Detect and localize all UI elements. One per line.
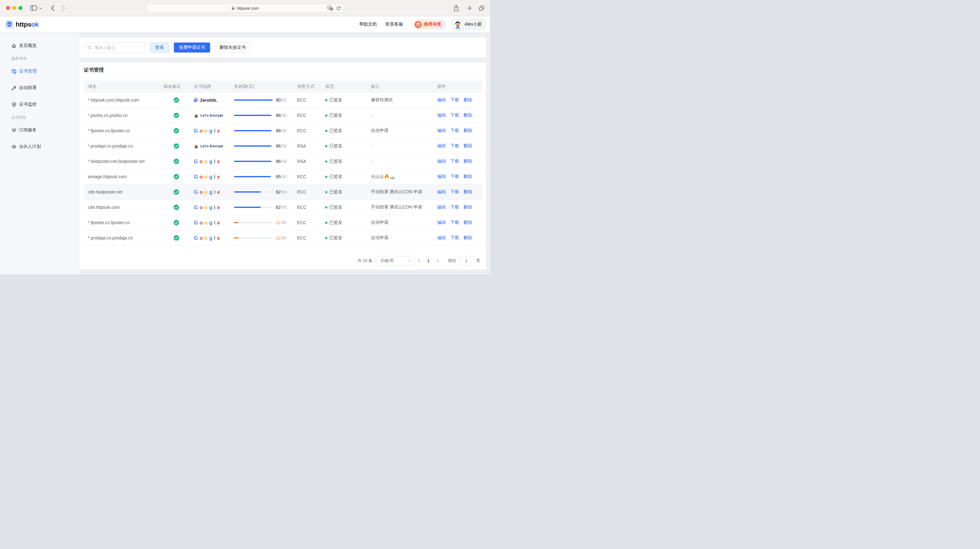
apply-certificate-button[interactable]: 免费申请证书 xyxy=(174,43,210,53)
prev-page-icon[interactable] xyxy=(415,259,423,263)
cell-domain-verify xyxy=(159,97,189,103)
row-action-edit[interactable]: 编辑 xyxy=(437,143,446,149)
cell-domain-verify xyxy=(159,235,189,241)
sidebar-item-subscribe[interactable]: 订阅服务 xyxy=(0,124,80,136)
back-icon[interactable] xyxy=(51,5,54,11)
translate-icon[interactable]: A文 xyxy=(328,6,333,11)
row-action-delete[interactable]: 删除 xyxy=(463,220,472,225)
row-action-download[interactable]: 下载 xyxy=(450,189,459,195)
sidebar-item-monitor[interactable]: 证书监控 xyxy=(0,98,80,111)
letsencrypt-icon xyxy=(194,113,199,118)
sidebar-item-partner[interactable]: 合伙人计划 xyxy=(0,140,80,153)
cell-domain-verify xyxy=(159,128,189,134)
zoom-window-icon[interactable] xyxy=(18,6,22,10)
sidebar-item-home[interactable]: 首页概览 xyxy=(0,40,80,52)
col-domain-verify: 域名验证 xyxy=(159,84,189,89)
validity-value: 85/90 xyxy=(276,174,287,179)
row-action-edit[interactable]: 编辑 xyxy=(437,159,446,164)
cell-encryption: RSA xyxy=(292,143,320,148)
sidebar-item-deploy[interactable]: 自动部署 xyxy=(0,81,80,94)
next-page-icon[interactable] xyxy=(434,259,442,263)
cell-brand: Google xyxy=(189,174,229,180)
row-action-delete[interactable]: 删除 xyxy=(463,97,472,103)
row-action-delete[interactable]: 删除 xyxy=(463,204,472,210)
validity-progress-track xyxy=(234,161,273,162)
validity-progress-fill xyxy=(234,176,271,178)
nav-help-docs[interactable]: 帮助文档 xyxy=(359,22,377,27)
close-window-icon[interactable] xyxy=(6,6,10,10)
status-dot xyxy=(325,130,328,132)
row-action-delete[interactable]: 删除 xyxy=(463,113,472,118)
row-action-delete[interactable]: 删除 xyxy=(463,235,472,241)
tab-overview-icon[interactable] xyxy=(479,5,485,11)
search-button[interactable]: 搜索 xyxy=(150,43,169,53)
cell-domain-verify xyxy=(159,113,189,118)
reload-icon[interactable] xyxy=(336,6,341,11)
search-input[interactable] xyxy=(94,45,143,50)
validity-progress-track xyxy=(234,222,273,224)
row-action-edit[interactable]: 编辑 xyxy=(437,128,446,134)
sidebar-item-certificate[interactable]: 证书管理 xyxy=(0,65,80,78)
row-action-download[interactable]: 下载 xyxy=(450,159,459,164)
row-action-edit[interactable]: 编辑 xyxy=(437,97,446,103)
sidebar-toggle-icon[interactable] xyxy=(30,5,37,11)
app-logo[interactable]: SSL xyxy=(5,20,14,29)
validity-value: 11/90 xyxy=(276,220,286,225)
row-action-download[interactable]: 下载 xyxy=(450,113,459,118)
row-action-download[interactable]: 下载 xyxy=(450,174,459,180)
col-actions: 操作 xyxy=(432,84,482,89)
row-action-delete[interactable]: 删除 xyxy=(463,189,472,195)
status-dot xyxy=(325,145,328,147)
share-icon[interactable] xyxy=(453,5,459,11)
cell-remark: 火山云🔥🏔️ xyxy=(366,174,432,180)
cell-domain: cdn.fastposter.net xyxy=(84,189,159,194)
cell-actions: 编辑下载删除 xyxy=(432,159,482,164)
validity-progress-track xyxy=(234,237,273,239)
row-action-delete[interactable]: 删除 xyxy=(463,143,472,149)
chevron-down-icon[interactable] xyxy=(39,7,42,10)
row-action-delete[interactable]: 删除 xyxy=(463,174,472,180)
row-action-edit[interactable]: 编辑 xyxy=(437,220,446,225)
row-action-download[interactable]: 下载 xyxy=(450,220,459,225)
row-action-edit[interactable]: 编辑 xyxy=(437,174,446,180)
url-bar[interactable]: httpsok.com A文 xyxy=(146,3,344,13)
new-tab-icon[interactable] xyxy=(467,5,473,11)
svg-text:SSL: SSL xyxy=(8,24,11,25)
page-number-current[interactable]: 1 xyxy=(423,258,434,263)
sidebar: 首页概览服务管理证书管理自动部署证书监控会员权益订阅服务合伙人计划 xyxy=(0,32,80,275)
page-goto-input[interactable] xyxy=(459,256,474,266)
brand-wordmark[interactable]: httpsok xyxy=(16,16,39,32)
partner-icon xyxy=(11,144,17,150)
cell-status: 已签发 xyxy=(320,143,366,149)
cell-actions: 编辑下载删除 xyxy=(432,113,482,118)
row-action-download[interactable]: 下载 xyxy=(450,128,459,134)
brand-google: Google xyxy=(194,174,229,180)
brand-zerossl: ZeroSSL xyxy=(194,98,229,103)
nav-contact-support[interactable]: 联系客服 xyxy=(385,22,403,27)
brand-google: Google xyxy=(194,189,229,195)
row-action-edit[interactable]: 编辑 xyxy=(437,189,446,195)
row-action-edit[interactable]: 编辑 xyxy=(437,204,446,210)
validity-progress-fill xyxy=(234,115,271,116)
row-action-delete[interactable]: 删除 xyxy=(463,159,472,164)
referral-reward-badge[interactable]: 推荐有奖 xyxy=(413,19,446,29)
row-action-edit[interactable]: 编辑 xyxy=(437,113,446,118)
delete-expired-button[interactable]: 删除失效证书 xyxy=(215,43,251,53)
cell-encryption: ECC xyxy=(292,220,320,225)
row-action-delete[interactable]: 删除 xyxy=(463,128,472,134)
status-label: 已签发 xyxy=(329,235,342,241)
row-action-download[interactable]: 下载 xyxy=(450,97,459,103)
row-action-download[interactable]: 下载 xyxy=(450,204,459,210)
row-action-edit[interactable]: 编辑 xyxy=(437,235,446,241)
minimize-window-icon[interactable] xyxy=(12,6,16,10)
forward-icon[interactable] xyxy=(62,5,65,11)
brand-name: Let's Encrypt xyxy=(200,144,223,148)
row-action-download[interactable]: 下载 xyxy=(450,143,459,149)
page-size-select[interactable]: 10条/页 xyxy=(377,256,415,266)
cell-status: 已签发 xyxy=(320,235,366,241)
status-label: 已签发 xyxy=(329,113,342,118)
row-action-download[interactable]: 下载 xyxy=(450,235,459,241)
user-menu[interactable]: Alex小新 xyxy=(452,18,485,31)
search-box[interactable] xyxy=(84,43,146,53)
status-dot xyxy=(325,115,328,117)
